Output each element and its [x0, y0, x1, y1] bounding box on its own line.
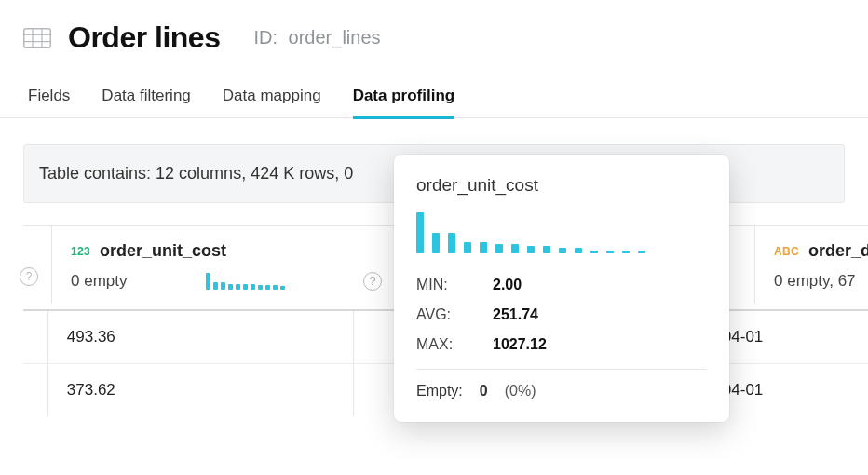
- stat-label: AVG:: [416, 306, 467, 323]
- column-header-order-d[interactable]: ABC order_d 0 empty, 67: [754, 226, 868, 304]
- table-icon: [23, 28, 51, 48]
- tab-data-profiling[interactable]: Data profiling: [353, 87, 455, 119]
- stat-label: MAX:: [416, 336, 467, 353]
- page-header: Order lines ID: order_lines: [0, 0, 868, 55]
- stat-value: 2.00: [493, 277, 522, 293]
- tab-fields[interactable]: Fields: [28, 87, 70, 119]
- empty-count: 0 empty: [71, 272, 127, 291]
- tabs: Fields Data filtering Data mapping Data …: [0, 55, 868, 118]
- cell: 373.62: [47, 364, 353, 416]
- column-header-order-unit-cost[interactable]: 123 order_unit_cost 0 empty ?: [51, 226, 400, 304]
- row-gutter: [23, 364, 47, 416]
- divider: [416, 369, 707, 370]
- stat-avg: AVG: 251.74: [416, 300, 707, 330]
- sparkline-histogram: [416, 212, 707, 253]
- help-icon[interactable]: ?: [363, 272, 382, 291]
- popover-title: order_unit_cost: [416, 175, 707, 196]
- row-help-icon[interactable]: ?: [20, 267, 38, 286]
- gutter-column: ?: [23, 226, 51, 304]
- stat-min: MIN: 2.00: [416, 270, 707, 300]
- sparkline-mini: [206, 273, 285, 290]
- row-gutter: [23, 311, 47, 363]
- column-name: order_unit_cost: [100, 241, 226, 261]
- stat-max: MAX: 1027.12: [416, 330, 707, 360]
- svg-rect-0: [24, 28, 51, 48]
- stat-pct: (0%): [505, 383, 536, 400]
- cell: 493.36: [47, 311, 353, 363]
- id-label: ID:: [253, 27, 278, 48]
- page-title: Order lines: [68, 20, 220, 55]
- tab-data-mapping[interactable]: Data mapping: [223, 87, 321, 119]
- stat-empty: Empty: 0 (0%): [416, 377, 707, 405]
- column-stats-popover: order_unit_cost MIN: 2.00 AVG: 251.74 MA…: [394, 155, 729, 422]
- tab-data-filtering[interactable]: Data filtering: [102, 87, 190, 119]
- id-value: order_lines: [289, 27, 381, 48]
- column-name: order_d: [808, 241, 868, 261]
- empty-count: 0 empty, 67: [774, 272, 856, 291]
- id-block: ID: order_lines: [253, 27, 380, 48]
- stat-value: 251.74: [493, 306, 538, 323]
- stat-value: 1027.12: [493, 336, 547, 353]
- stat-label: Empty:: [416, 383, 463, 400]
- type-badge-text: ABC: [774, 245, 799, 258]
- type-badge-numeric: 123: [71, 245, 90, 258]
- stat-value: 0: [480, 383, 488, 400]
- stat-label: MIN:: [416, 277, 467, 293]
